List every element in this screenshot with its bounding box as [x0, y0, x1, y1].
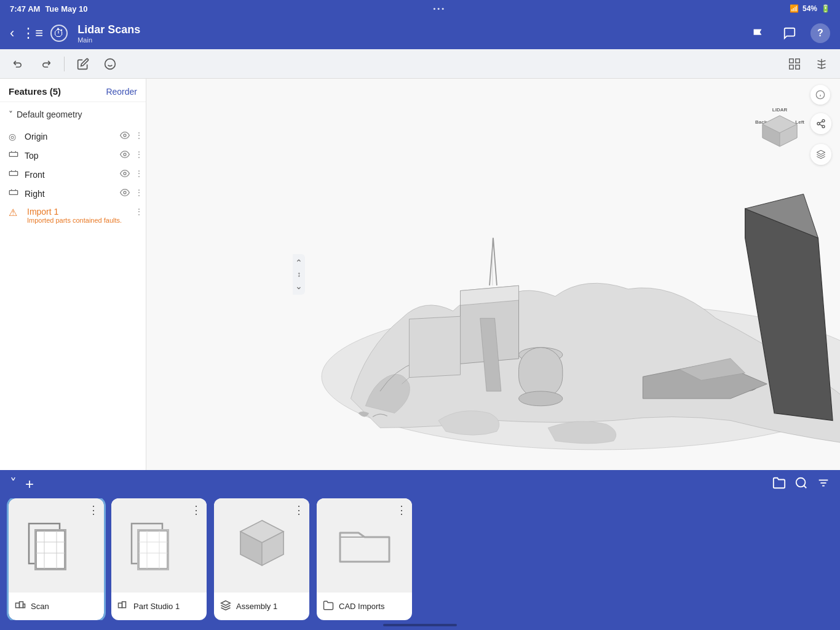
scroll-up-button[interactable]: ⌃ [295, 258, 303, 268]
home-indicator [383, 624, 457, 626]
svg-point-9 [124, 153, 126, 156]
svg-point-7 [124, 134, 126, 137]
nav-title-main: Lidar Scans [77, 23, 140, 36]
part-studio-tab-footer: Part Studio 1 [111, 592, 207, 620]
chevron-button[interactable]: ˅ [10, 476, 17, 492]
reorder-button[interactable]: Reorder [106, 87, 137, 97]
layers-button[interactable] [783, 53, 806, 75]
import-icon: ⚠ [9, 207, 17, 218]
top-label: Top [25, 151, 120, 161]
folder-button[interactable] [772, 476, 786, 493]
top-more-button[interactable]: ⋮ [135, 150, 143, 161]
svg-point-26 [817, 122, 820, 125]
plane-icon-top [9, 150, 20, 161]
svg-rect-6 [796, 65, 799, 68]
part-studio-tab-icon [117, 600, 129, 613]
viewport[interactable]: ⌃ ↕ ⌄ LIDAR Back Left [146, 79, 840, 470]
assembly-thumbnail [228, 511, 296, 579]
battery-icon: 🔋 [821, 4, 830, 13]
tab-assembly[interactable]: ⋮ Assembly 1 [214, 498, 309, 620]
svg-rect-3 [790, 58, 793, 62]
group-label: Default geometry [17, 110, 82, 119]
import-more-button[interactable]: ⋮ [135, 207, 143, 217]
assembly-tab-menu[interactable]: ⋮ [293, 503, 304, 517]
bottom-toolbar-right [772, 476, 830, 493]
assembly-tab-label: Assembly 1 [236, 602, 277, 611]
status-right: 📶 54% 🔋 [790, 4, 830, 13]
sidebar: Features (5) Reorder ˅ Default geometry … [0, 79, 146, 470]
back-button[interactable]: ‹ [10, 25, 14, 41]
part-studio-tab-menu[interactable]: ⋮ [191, 503, 202, 517]
undo-button[interactable] [7, 53, 30, 75]
nav-title-block: Lidar Scans Main [77, 23, 140, 44]
front-visibility-button[interactable] [120, 169, 130, 180]
svg-rect-56 [122, 602, 126, 608]
sidebar-item-right[interactable]: Right ⋮ [0, 184, 146, 203]
search-button[interactable] [794, 476, 808, 493]
scan-tab-menu[interactable]: ⋮ [88, 503, 99, 517]
svg-rect-39 [35, 530, 66, 570]
svg-rect-10 [9, 172, 17, 176]
nav-help-button[interactable]: ? [810, 23, 830, 43]
right-more-button[interactable]: ⋮ [135, 188, 143, 199]
svg-rect-49 [138, 530, 168, 570]
scroll-down-button[interactable]: ⌄ [295, 281, 303, 291]
toolbar-right [783, 53, 833, 75]
cad-imports-tab-menu[interactable]: ⋮ [396, 503, 407, 517]
import-name: Import 1 [27, 207, 122, 217]
view-cube[interactable]: LIDAR Back Left [755, 108, 804, 153]
nav-title-sub: Main [77, 36, 140, 44]
tab-scan[interactable]: ⋮ Scan [9, 498, 104, 620]
main-content: Features (5) Reorder ˅ Default geometry … [0, 79, 840, 470]
origin-icon: ◎ [9, 132, 20, 142]
nav-flag-button[interactable] [747, 22, 769, 44]
date-display: Tue May 10 [45, 4, 87, 14]
balance-button[interactable] [810, 53, 833, 75]
sidebar-item-origin[interactable]: ◎ Origin ⋮ [0, 127, 146, 146]
front-actions: ⋮ [120, 169, 143, 180]
nav-chat-button[interactable] [779, 22, 801, 44]
bottom-toolbar-left: ˅ + [10, 476, 34, 493]
cad-imports-thumbnail [331, 511, 398, 579]
origin-visibility-button[interactable] [120, 130, 130, 142]
clock-icon[interactable]: ⏱ [50, 25, 68, 42]
svg-point-25 [822, 119, 825, 122]
tabs-container: ⋮ Scan [0, 498, 840, 620]
sidebar-item-top[interactable]: Top ⋮ [0, 146, 146, 165]
filter-button[interactable] [817, 476, 830, 493]
right-actions: ⋮ [120, 188, 143, 199]
tab-cad-imports[interactable]: ⋮ CAD Imports [317, 498, 412, 620]
import-error: Imported parts contained faults. [27, 217, 122, 224]
top-visibility-button[interactable] [120, 150, 130, 161]
redo-button[interactable] [34, 53, 57, 75]
nav-bar: ‹ ⋮≡ ⏱ Lidar Scans Main ? [0, 17, 840, 49]
scan-tab-icon [15, 600, 26, 613]
svg-rect-4 [796, 58, 799, 62]
tab-part-studio[interactable]: ⋮ Part Studio 1 [111, 498, 207, 620]
svg-point-34 [796, 477, 806, 487]
model-options-button[interactable] [810, 144, 831, 165]
status-bar: 7:47 AM Tue May 10 • • • 📶 54% 🔋 [0, 0, 840, 17]
edit-button[interactable] [72, 53, 94, 75]
sidebar-group-default: ˅ Default geometry [0, 102, 146, 127]
emoji-button[interactable] [99, 53, 121, 75]
svg-rect-55 [119, 603, 122, 608]
right-visibility-button[interactable] [120, 188, 130, 199]
svg-rect-19 [519, 348, 563, 399]
sidebar-item-import[interactable]: ⚠ Import 1 Imported parts contained faul… [0, 203, 146, 228]
scan-tab-label: Scan [31, 602, 49, 611]
svg-rect-46 [20, 602, 23, 608]
origin-more-button[interactable]: ⋮ [135, 130, 143, 142]
sidebar-item-front[interactable]: Front ⋮ [0, 165, 146, 184]
status-dots: • • • [433, 5, 444, 12]
tree-icon[interactable]: ⋮≡ [22, 25, 43, 41]
share-button[interactable] [810, 113, 831, 134]
info-button[interactable] [810, 85, 830, 105]
bottom-panel: ˅ + ⋮ [0, 470, 840, 630]
add-tab-button[interactable]: + [25, 476, 34, 493]
chevron-down-icon: ˅ [9, 110, 13, 119]
sidebar-group-toggle[interactable]: ˅ Default geometry [9, 107, 137, 122]
origin-label: Origin [25, 132, 120, 142]
front-more-button[interactable]: ⋮ [135, 169, 143, 180]
origin-actions: ⋮ [120, 130, 143, 142]
